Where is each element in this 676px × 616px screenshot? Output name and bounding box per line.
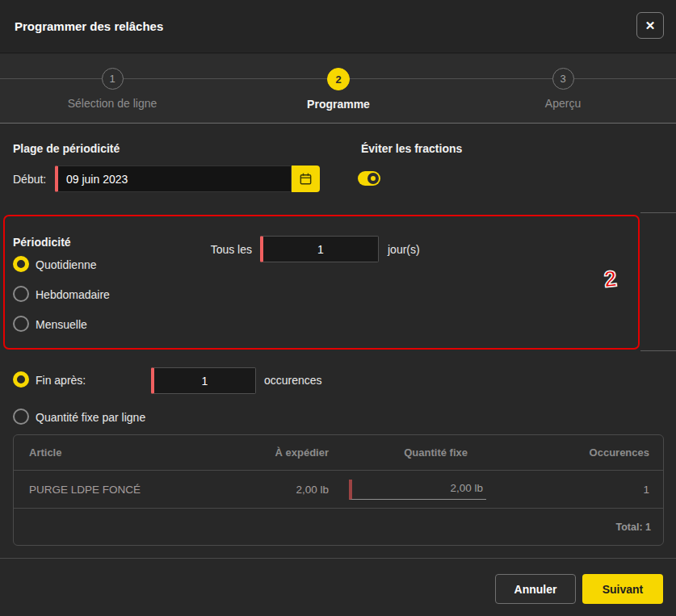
- periodicity-section-label: Périodicité: [13, 236, 71, 249]
- toggle-knob: [367, 173, 379, 184]
- header-to-ship: À expédier: [216, 446, 329, 459]
- radio-hebdomadaire-label[interactable]: Hebdomadaire: [36, 288, 110, 301]
- radio-mensuelle-label[interactable]: Mensuelle: [36, 318, 87, 331]
- section-divider: [640, 212, 676, 213]
- footer-divider: [0, 558, 676, 559]
- cell-article: PURGE LDPE FONCÉ: [14, 484, 216, 496]
- periodicity-range-section-label: Plage de périodicité: [13, 142, 120, 155]
- step-2-program[interactable]: 2 Programme: [250, 54, 427, 111]
- step-2-indicator: 2: [327, 68, 350, 90]
- step-3-preview[interactable]: 3 Aperçu: [474, 54, 652, 110]
- header-occurrences: Occurences: [490, 446, 663, 459]
- fixed-qty-input[interactable]: [349, 480, 486, 500]
- cell-occurrences: 1: [490, 484, 663, 496]
- radio-quantite-fixe[interactable]: [13, 409, 29, 425]
- radio-hebdomadaire[interactable]: [13, 286, 29, 302]
- occurrences-input[interactable]: [151, 367, 256, 394]
- every-unit-label: jour(s): [388, 243, 420, 256]
- start-date-input[interactable]: [55, 166, 292, 192]
- every-label: Tous les: [202, 243, 252, 256]
- next-button[interactable]: Suivant: [582, 574, 663, 604]
- close-button[interactable]: ✕: [636, 12, 664, 39]
- step-1-indicator: 1: [102, 68, 124, 90]
- step-2-label: Programme: [250, 98, 427, 111]
- step-1-label: Sélection de ligne: [23, 97, 201, 110]
- title-bar: Programmer des relâches ✕: [0, 0, 676, 53]
- every-days-input[interactable]: [260, 236, 379, 262]
- table-total: Total: 1: [14, 509, 663, 545]
- calendar-icon: [299, 172, 313, 186]
- avoid-fractions-label: Éviter les fractions: [361, 142, 462, 155]
- modal-title: Programmer des relâches: [15, 19, 163, 33]
- cancel-button[interactable]: Annuler: [495, 574, 576, 604]
- schedule-releases-modal: Programmer des relâches ✕ 1 Sélection de…: [0, 0, 676, 616]
- radio-quotidienne[interactable]: [13, 256, 29, 272]
- step-3-label: Aperçu: [474, 97, 652, 110]
- radio-quotidienne-label[interactable]: Quotidienne: [36, 258, 97, 271]
- table-row: PURGE LDPE FONCÉ 2,00 lb 1: [14, 471, 663, 509]
- header-fixed-qty: Quantité fixe: [329, 446, 490, 459]
- wizard-stepper: 1 Sélection de ligne 2 Programme 3 Aperç…: [0, 54, 676, 124]
- radio-fin-apres-label[interactable]: Fin après:: [36, 374, 86, 387]
- radio-mensuelle[interactable]: [13, 316, 29, 332]
- occurrences-unit-label: occurences: [264, 374, 322, 387]
- radio-quantite-fixe-label[interactable]: Quantité fixe par ligne: [36, 411, 145, 424]
- step-3-indicator: 3: [552, 68, 574, 90]
- radio-fin-apres[interactable]: [13, 371, 29, 388]
- section-divider: [640, 350, 676, 351]
- close-icon: ✕: [645, 19, 656, 33]
- avoid-fractions-toggle[interactable]: [358, 171, 380, 186]
- step-1-line-selection[interactable]: 1 Sélection de ligne: [23, 54, 201, 110]
- header-article: Article: [14, 446, 216, 459]
- line-items-table: Article À expédier Quantité fixe Occuren…: [13, 434, 664, 546]
- calendar-button[interactable]: [292, 166, 320, 192]
- table-header-row: Article À expédier Quantité fixe Occuren…: [14, 435, 663, 471]
- cell-to-ship: 2,00 lb: [216, 484, 329, 496]
- annotation-step-number: 2: [603, 266, 618, 292]
- start-date-label: Début:: [13, 173, 46, 186]
